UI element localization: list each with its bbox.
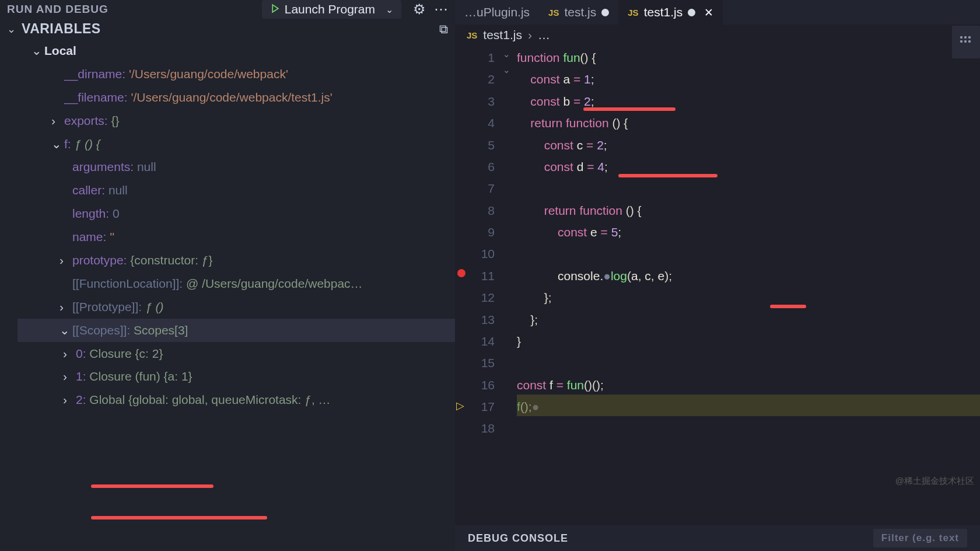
copy-icon[interactable]: ⧉: [439, 22, 448, 36]
tab-test1[interactable]: JStest1.js✕: [618, 0, 723, 25]
variable-row[interactable]: ›2: Global {global: global, queueMicrota…: [18, 388, 455, 411]
dirty-icon: [688, 9, 695, 16]
current-line-arrow-icon: ▷: [456, 396, 464, 415]
variables-title: VARIABLES: [22, 21, 101, 37]
gear-icon[interactable]: ⚙: [413, 1, 426, 18]
variable-row[interactable]: __filename: '/Users/guang/code/webpack/t…: [18, 86, 455, 109]
close-icon[interactable]: ✕: [704, 6, 713, 19]
variable-row[interactable]: ›prototype: {constructor: ƒ}: [18, 249, 455, 272]
variable-row[interactable]: caller: null: [18, 179, 455, 202]
launch-config-selector[interactable]: Launch Program ⌄: [262, 0, 401, 19]
variable-row[interactable]: ›[[Prototype]]: ƒ (): [18, 295, 455, 319]
debug-console-bar[interactable]: DEBUG CONSOLE Filter (e.g. text: [455, 525, 980, 551]
variable-row[interactable]: ⌄[[Scopes]]: Scopes[3]: [18, 319, 455, 342]
launch-config-name: Launch Program: [285, 2, 375, 16]
chevron-down-icon: ⌄: [386, 4, 393, 15]
variable-row[interactable]: ›exports: {}: [18, 109, 455, 132]
annotation-line: [618, 174, 718, 177]
debug-console-label: DEBUG CONSOLE: [468, 532, 568, 545]
console-filter-input[interactable]: Filter (e.g. text: [873, 529, 967, 547]
tab-uplugin[interactable]: …uPlugin.js: [455, 0, 539, 25]
chevron-right-icon: ›: [528, 28, 532, 42]
variable-row[interactable]: [[FunctionLocation]]: @ /Users/guang/cod…: [18, 272, 455, 295]
breadcrumb-more: …: [538, 28, 550, 42]
js-icon: JS: [628, 8, 638, 18]
breakpoint-icon[interactable]: [457, 269, 466, 277]
watermark: @稀土掘金技术社区: [895, 476, 974, 487]
chevron-down-icon: ⌄: [7, 23, 16, 36]
more-icon[interactable]: ⋯: [434, 1, 448, 18]
js-icon: JS: [467, 30, 477, 40]
variable-row[interactable]: __dirname: '/Users/guang/code/webpack': [18, 62, 455, 86]
variable-row[interactable]: ⌄f: ƒ () {: [18, 132, 455, 156]
variable-row[interactable]: ›1: Closure (fun) {a: 1}: [18, 365, 455, 388]
js-icon: JS: [548, 8, 559, 18]
scope-local[interactable]: ⌄Local: [18, 39, 455, 62]
line-gutter: 123456789101112131415161718: [455, 47, 503, 440]
tab-test[interactable]: JStest.js: [539, 0, 618, 25]
variables-section-header[interactable]: ⌄ VARIABLES ⧉: [0, 19, 455, 39]
breadcrumb-file: test1.js: [483, 28, 522, 42]
annotation-line: [770, 305, 806, 308]
code-content[interactable]: function fun() { const a = 1; const b = …: [517, 47, 672, 440]
editor-tabs: …uPlugin.js JStest.js JStest1.js✕: [455, 0, 980, 25]
dirty-icon: [601, 9, 609, 16]
code-editor[interactable]: ▷ 123456789101112131415161718 ⌄⌄ functio…: [455, 46, 980, 440]
annotation-line: [91, 516, 267, 519]
fold-gutter: ⌄⌄: [503, 47, 517, 440]
annotation-line: [583, 107, 676, 111]
variable-row[interactable]: arguments: null: [18, 155, 455, 179]
run-and-debug-label: RUN AND DEBUG: [7, 3, 108, 16]
variable-row[interactable]: ›0: Closure {c: 2}: [18, 342, 455, 365]
play-icon: [270, 4, 280, 16]
breadcrumb[interactable]: JS test1.js › …: [455, 25, 980, 46]
variable-row[interactable]: name: '': [18, 225, 455, 249]
annotation-line: [91, 484, 214, 488]
variable-row[interactable]: length: 0: [18, 202, 455, 225]
